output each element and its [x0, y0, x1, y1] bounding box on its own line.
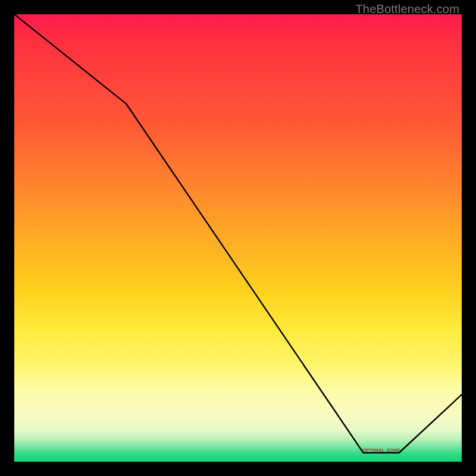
bottleneck-curve — [14, 14, 462, 462]
plot-area: OPTIMAL ZONE — [14, 14, 462, 462]
watermark-text: TheBottleneck.com — [355, 2, 459, 16]
chart-frame: OPTIMAL ZONE TheBottleneck.com — [0, 0, 476, 476]
optimal-zone-label: OPTIMAL ZONE — [362, 447, 400, 453]
